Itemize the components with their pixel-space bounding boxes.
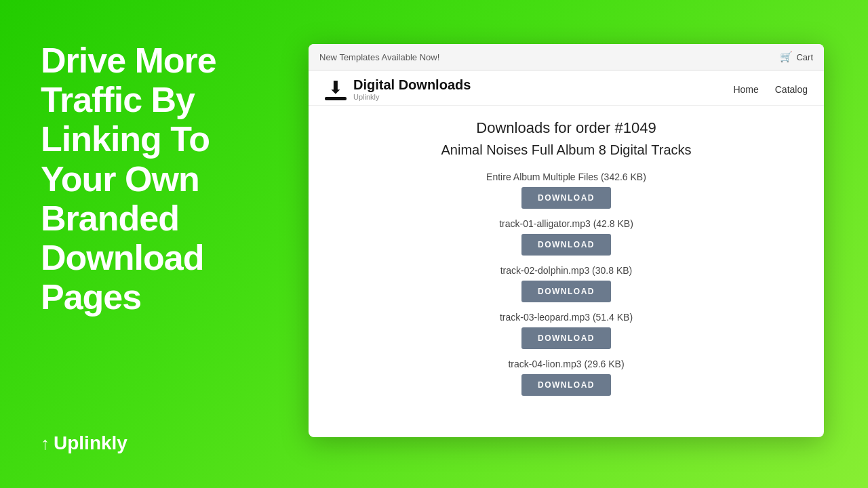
track-name-1: track-01-alligator.mp3 (42.8 KB)	[499, 218, 633, 229]
track-section-0: Entire Album Multiple Files (342.6 KB) D…	[397, 171, 736, 209]
download-button-1[interactable]: DOWNLOAD	[521, 234, 611, 256]
track-name-4: track-04-lion.mp3 (29.6 KB)	[508, 359, 624, 369]
left-panel: Drive More Traffic By Linking To Your Ow…	[0, 0, 312, 488]
store-nav: Home Catalog	[733, 84, 808, 95]
download-button-3[interactable]: DOWNLOAD	[521, 327, 611, 349]
cart-area[interactable]: 🛒 Cart	[780, 51, 813, 63]
nav-catalog[interactable]: Catalog	[775, 84, 808, 95]
brand-name: Uplinkly	[54, 432, 127, 454]
dl-arrow-icon: ⬇	[328, 79, 343, 96]
store-title: Digital Downloads	[353, 77, 471, 93]
nav-home[interactable]: Home	[733, 84, 758, 95]
brand-logo: ↑ Uplinkly	[41, 432, 285, 454]
album-title: Animal Noises Full Album 8 Digital Track…	[441, 142, 691, 158]
track-name-3: track-03-leopard.mp3 (51.4 KB)	[500, 312, 633, 323]
track-section-2: track-02-dolphin.mp3 (30.8 KB) DOWNLOAD	[397, 265, 736, 302]
track-section-3: track-03-leopard.mp3 (51.4 KB) DOWNLOAD	[397, 312, 736, 349]
track-section-1: track-01-alligator.mp3 (42.8 KB) DOWNLOA…	[397, 218, 736, 256]
download-button-0[interactable]: DOWNLOAD	[521, 187, 611, 209]
brand-arrow-icon: ↑	[41, 433, 50, 454]
download-button-2[interactable]: DOWNLOAD	[521, 281, 611, 302]
store-header: ⬇ Digital Downloads Uplinkly Home Catalo…	[309, 70, 824, 106]
cart-label: Cart	[796, 52, 813, 62]
download-button-4[interactable]: DOWNLOAD	[521, 374, 611, 396]
headline-text: Drive More Traffic By Linking To Your Ow…	[41, 41, 285, 317]
store-brand: ⬇ Digital Downloads Uplinkly	[325, 77, 471, 101]
store-content: Downloads for order #1049 Animal Noises …	[309, 106, 824, 437]
track-section-4: track-04-lion.mp3 (29.6 KB) DOWNLOAD	[397, 359, 736, 396]
announcement-text: New Templates Available Now!	[319, 52, 439, 62]
track-name-2: track-02-dolphin.mp3 (30.8 KB)	[500, 265, 633, 276]
browser-window: New Templates Available Now! 🛒 Cart ⬇ Di…	[309, 44, 824, 437]
store-brand-text: Digital Downloads Uplinkly	[353, 77, 471, 101]
track-name-0: Entire Album Multiple Files (342.6 KB)	[486, 171, 646, 182]
order-title: Downloads for order #1049	[476, 119, 656, 137]
browser-bar: New Templates Available Now! 🛒 Cart	[309, 44, 824, 70]
store-sub: Uplinkly	[353, 93, 471, 101]
dl-base-bar	[325, 97, 347, 100]
download-icon: ⬇	[325, 79, 347, 100]
cart-icon: 🛒	[780, 51, 793, 63]
